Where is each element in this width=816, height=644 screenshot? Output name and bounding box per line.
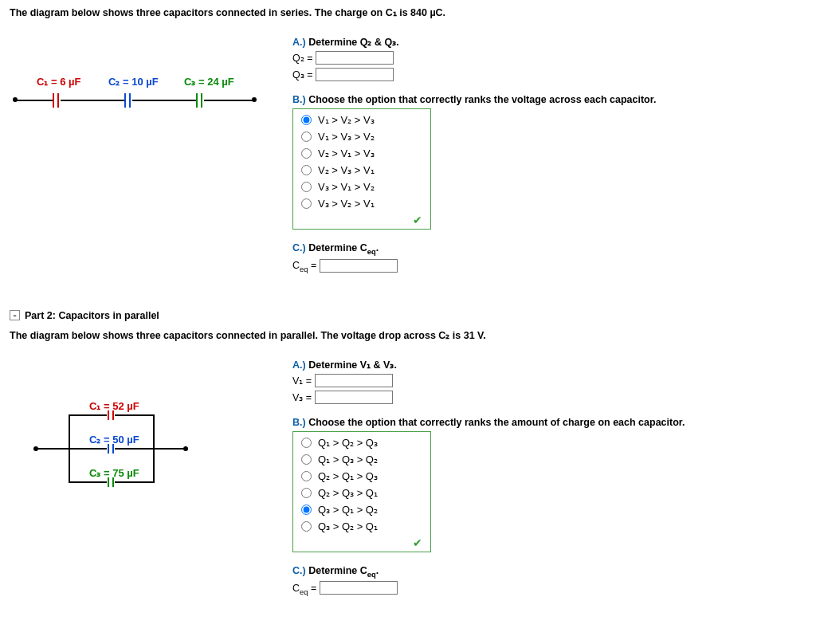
option-label: V₃ > V₂ > V₁ (318, 198, 375, 210)
v3-label: V₃ = (292, 391, 312, 402)
radio-option[interactable] (301, 148, 312, 159)
check-icon: ✔ (298, 535, 426, 549)
capacitor-icon (124, 93, 131, 108)
label-c3: C₃ = 24 µF (184, 76, 234, 88)
label-c2: C₂ = 10 µF (108, 76, 159, 88)
part2c-label: C.) Determine Ceq. (292, 565, 806, 579)
ceq-label: Ceq = (292, 260, 316, 271)
parallel-circuit-diagram: C₁ = 52 µF C₂ = 50 µF C₃ = 75 µF (33, 399, 193, 494)
part1b-options: V₁ > V₂ > V₃ V₁ > V₃ > V₂ V₂ > V₁ > V₃ V… (292, 108, 431, 230)
q2-input[interactable] (316, 51, 394, 65)
part2-intro: The diagram below shows three capacitors… (10, 329, 806, 341)
option-label: Q₃ > Q₂ > Q₁ (318, 520, 378, 532)
part1c-label: C.) Determine Ceq. (292, 242, 806, 256)
capacitor-icon (196, 93, 202, 108)
option-label: Q₁ > Q₂ > Q₃ (318, 437, 378, 449)
ceq-input[interactable] (320, 259, 398, 273)
label-c1: C₁ = 6 µF (37, 76, 80, 88)
label-c3: C₃ = 75 µF (89, 467, 139, 479)
q3-input[interactable] (316, 68, 394, 81)
label-c1: C₁ = 52 µF (89, 400, 139, 412)
option-label: V₂ > V₃ > V₁ (318, 164, 375, 176)
radio-option[interactable] (301, 182, 312, 192)
part2a-label: A.) Determine V₁ & V₃. (292, 359, 806, 371)
ceq-label: Ceq = (292, 583, 316, 594)
q2-label: Q₂ = (292, 53, 313, 64)
option-label: V₃ > V₁ > V₂ (318, 181, 375, 193)
radio-option[interactable] (301, 488, 312, 498)
part2-header[interactable]: - Part 2: Capacitors in parallel (10, 310, 806, 321)
radio-option[interactable] (301, 454, 312, 465)
option-label: Q₂ > Q₁ > Q₃ (318, 470, 378, 482)
radio-option[interactable] (301, 198, 312, 209)
part2b-label: B.) Choose the option that correctly ran… (292, 417, 806, 428)
collapse-icon[interactable]: - (10, 310, 20, 320)
radio-option[interactable] (301, 115, 312, 125)
radio-option[interactable] (301, 471, 312, 481)
option-label: V₁ > V₂ > V₃ (318, 114, 375, 126)
radio-option[interactable] (301, 438, 312, 448)
option-label: Q₂ > Q₃ > Q₁ (318, 487, 378, 499)
option-label: V₂ > V₁ > V₃ (318, 147, 375, 159)
v1-label: V₁ = (292, 375, 312, 386)
radio-option[interactable] (301, 521, 312, 532)
part1b-label: B.) Choose the option that correctly ran… (292, 94, 806, 105)
check-icon: ✔ (298, 212, 426, 226)
v1-input[interactable] (315, 374, 393, 387)
part1a-label: A.) Determine Q₂ & Q₃. (292, 36, 806, 48)
label-c2: C₂ = 50 µF (89, 434, 139, 446)
series-circuit-diagram: C₁ = 6 µF C₂ = 10 µF C₃ = 24 µF (13, 76, 260, 116)
option-label: Q₃ > Q₁ > Q₂ (318, 504, 378, 516)
radio-option[interactable] (301, 505, 312, 515)
option-label: Q₁ > Q₃ > Q₂ (318, 454, 378, 465)
capacitor-icon (53, 93, 59, 108)
radio-option[interactable] (301, 165, 312, 175)
option-label: V₁ > V₃ > V₂ (318, 131, 375, 143)
q3-label: Q₃ = (292, 69, 313, 80)
part1-intro: The diagram below shows three capacitors… (10, 6, 806, 18)
radio-option[interactable] (301, 132, 312, 142)
ceq-input[interactable] (320, 581, 398, 595)
v3-input[interactable] (315, 391, 393, 404)
part2b-options: Q₁ > Q₂ > Q₃ Q₁ > Q₃ > Q₂ Q₂ > Q₁ > Q₃ Q… (292, 431, 431, 552)
